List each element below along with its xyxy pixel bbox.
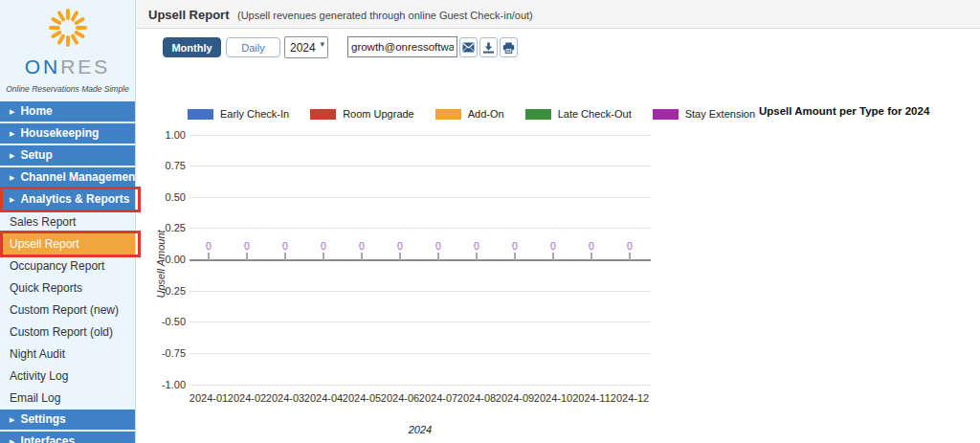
chevron-right-icon: ▶: [10, 130, 14, 137]
chart-legend: Early Check-InRoom UpgradeAdd-OnLate Che…: [188, 108, 755, 120]
logo-tagline: Online Reservations Made Simple: [0, 84, 135, 94]
email-icon: [462, 42, 475, 53]
sidebar-item-home[interactable]: ▶Home: [0, 101, 135, 122]
sidebar-item-settings[interactable]: ▶Settings: [0, 410, 135, 430]
data-point-label: 0: [577, 240, 606, 252]
legend-label: Room Upgrade: [343, 108, 414, 120]
data-point-tick: [590, 253, 592, 260]
legend-swatch: [653, 109, 679, 120]
sidebar-item-label: Channel Management: [20, 170, 139, 184]
chevron-right-icon: ▶: [10, 196, 14, 203]
legend-swatch: [435, 109, 461, 120]
chevron-right-icon: ▶: [10, 416, 14, 423]
sidebar-item-occupancy-report[interactable]: Occupancy Report: [0, 255, 135, 277]
data-point-label: 0: [347, 240, 376, 252]
data-point-label: 0: [501, 240, 529, 252]
gridline: [189, 228, 651, 229]
chevron-right-icon: ▶: [10, 152, 14, 159]
year-select[interactable]: 2024: [284, 36, 328, 58]
data-point-tick: [514, 253, 516, 260]
legend-item-late-check-out: Late Check-Out: [525, 108, 632, 120]
legend-swatch: [310, 109, 336, 120]
gridline: [189, 135, 651, 136]
legend-label: Add-On: [468, 108, 504, 120]
sidebar-item-quick-reports[interactable]: Quick Reports: [0, 277, 135, 299]
sidebar-item-custom-report-old[interactable]: Custom Report (old): [0, 321, 135, 343]
send-email-button[interactable]: [459, 37, 478, 57]
data-point-tick: [246, 253, 248, 260]
print-icon: [502, 42, 515, 54]
sidebar-item-upsell-report[interactable]: Upsell Report: [0, 233, 135, 255]
page-title: Upsell Report: [148, 8, 230, 22]
year-select-wrap: 2024 ▾: [284, 36, 328, 58]
legend-item-add-on: Add-On: [435, 108, 504, 120]
chevron-right-icon: ▶: [10, 108, 14, 115]
logo-text-primary: On: [25, 55, 61, 78]
x-tick-label: 2024-12: [605, 392, 655, 404]
x-axis-title: 2024: [189, 424, 651, 435]
data-point-tick: [284, 253, 286, 260]
data-point-tick: [323, 253, 324, 260]
sidebar-item-label: Email Log: [10, 391, 60, 405]
y-tick-label: -1.00: [142, 379, 186, 390]
legend-label: Early Check-In: [220, 108, 289, 120]
sidebar-item-label: Occupancy Report: [10, 259, 104, 273]
y-tick-label: 0.00: [142, 254, 186, 265]
sidebar-item-label: Upsell Report: [10, 237, 79, 251]
x-axis-line: [189, 259, 651, 261]
sidebar-item-label: Sales Report: [10, 215, 76, 229]
data-point-label: 0: [194, 240, 223, 252]
data-point-label: 0: [615, 240, 644, 252]
page-subtitle: (Upsell revenues generated through onlin…: [237, 10, 533, 21]
sidebar-item-interfaces[interactable]: ▶Interfaces: [0, 432, 135, 443]
chevron-right-icon: ▶: [10, 438, 14, 443]
app-window: OnRes Online Reservations Made Simple ▶H…: [0, 0, 980, 443]
logo: OnRes Online Reservations Made Simple: [0, 0, 135, 94]
sidebar-item-label: Housekeeping: [20, 126, 99, 140]
data-point-tick: [208, 253, 210, 260]
data-point-tick: [361, 253, 363, 260]
sidebar-item-sales-report[interactable]: Sales Report: [0, 211, 135, 233]
y-tick-label: -0.25: [142, 285, 186, 297]
y-tick-label: -0.50: [142, 316, 186, 327]
download-icon: [482, 42, 495, 54]
data-point-label: 0: [539, 240, 568, 252]
sidebar-menu: ▶Home▶Housekeeping▶Setup▶Channel Managem…: [0, 101, 135, 443]
sidebar-item-housekeeping[interactable]: ▶Housekeeping: [0, 123, 135, 144]
sidebar-item-activity-log[interactable]: Activity Log: [0, 365, 135, 387]
sidebar-item-channel-management[interactable]: ▶Channel Management: [0, 167, 135, 188]
data-point-tick: [552, 253, 554, 260]
data-point-label: 0: [233, 240, 261, 252]
legend-swatch: [188, 109, 213, 120]
sidebar-item-night-audit[interactable]: Night Audit: [0, 343, 135, 365]
daily-button[interactable]: Daily: [226, 37, 280, 57]
legend-item-room-upgrade: Room Upgrade: [310, 108, 414, 120]
data-point-tick: [437, 253, 439, 260]
data-point-label: 0: [386, 240, 414, 252]
page-header: Upsell Report (Upsell revenues generated…: [136, 0, 980, 29]
sidebar-item-label: Custom Report (old): [10, 325, 113, 339]
sidebar-item-label: Activity Log: [10, 369, 68, 383]
y-tick-label: 0.75: [142, 160, 186, 171]
logo-wordmark: OnRes: [0, 55, 135, 78]
y-tick-label: 1.00: [142, 129, 186, 141]
y-tick-label: 0.50: [142, 191, 186, 203]
legend-label: Stay Extension: [685, 108, 755, 120]
sidebar-item-label: Home: [20, 104, 52, 118]
y-tick-label: 0.25: [142, 222, 186, 233]
download-button[interactable]: [479, 37, 498, 57]
gridline: [189, 197, 651, 198]
monthly-button[interactable]: Monthly: [163, 37, 221, 57]
data-point-tick: [476, 253, 478, 260]
sidebar-item-custom-report-new[interactable]: Custom Report (new): [0, 299, 135, 321]
email-input[interactable]: [347, 36, 457, 57]
data-point-label: 0: [424, 240, 453, 252]
gridline: [189, 166, 651, 166]
print-button[interactable]: [500, 37, 518, 57]
legend-label: Late Check-Out: [558, 108, 632, 120]
y-tick-label: -0.75: [142, 347, 186, 359]
sidebar-item-setup[interactable]: ▶Setup: [0, 145, 135, 166]
sidebar-item-analytics-reports[interactable]: ▶Analytics & Reports: [0, 189, 135, 210]
sidebar-item-email-log[interactable]: Email Log: [0, 388, 135, 409]
data-point-label: 0: [462, 240, 491, 252]
